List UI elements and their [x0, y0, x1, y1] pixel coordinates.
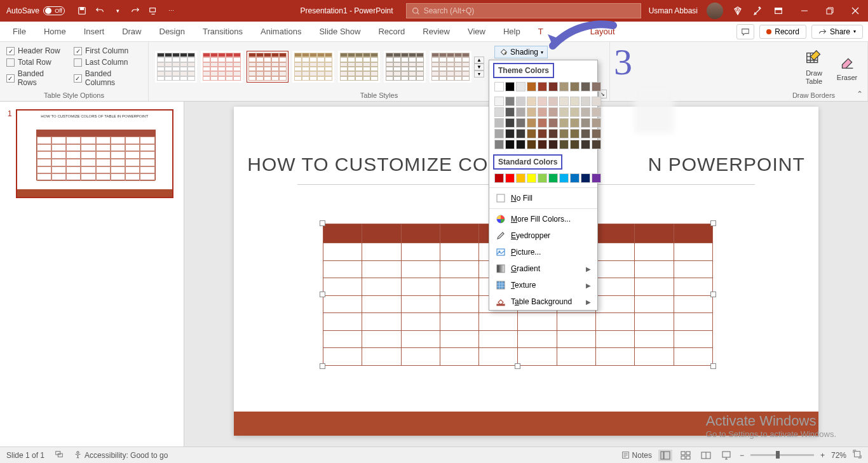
- chk-header-row[interactable]: Header Row: [6, 46, 64, 55]
- color-swatch[interactable]: [559, 97, 569, 106]
- table-style-thumb[interactable]: [384, 51, 426, 83]
- record-button[interactable]: Record: [759, 25, 806, 39]
- undo-icon[interactable]: [94, 5, 105, 17]
- color-swatch[interactable]: [548, 140, 558, 149]
- color-swatch[interactable]: [592, 140, 601, 149]
- tab-design[interactable]: Design: [151, 22, 194, 42]
- share-button[interactable]: Share▾: [811, 25, 863, 39]
- slide-sorter-button[interactable]: [679, 450, 693, 461]
- comments-button[interactable]: [736, 24, 754, 39]
- shading-button[interactable]: Shading ▾: [494, 46, 548, 58]
- table-style-gallery[interactable]: [155, 51, 471, 83]
- tab-draw[interactable]: Draw: [113, 22, 150, 42]
- color-swatch[interactable]: [538, 97, 547, 106]
- color-swatch[interactable]: [527, 97, 536, 106]
- no-fill-item[interactable]: No Fill: [489, 190, 597, 206]
- color-swatch[interactable]: [548, 173, 558, 183]
- slide-thumbnail-1[interactable]: HOW TO CUSTOMIZE COLORS OF TABLE IN POWE…: [16, 109, 173, 198]
- collapse-ribbon[interactable]: ⌃: [857, 90, 863, 98]
- status-slide[interactable]: Slide 1 of 1: [6, 451, 44, 460]
- color-swatch[interactable]: [494, 173, 504, 183]
- zoom-in-button[interactable]: +: [820, 451, 825, 460]
- table-style-thumb[interactable]: [430, 51, 471, 83]
- color-swatch[interactable]: [548, 118, 558, 128]
- color-swatch[interactable]: [592, 173, 601, 183]
- tab-insert[interactable]: Insert: [75, 22, 114, 42]
- color-swatch[interactable]: [527, 118, 536, 128]
- color-swatch[interactable]: [527, 129, 536, 138]
- chk-total-row[interactable]: Total Row: [6, 58, 64, 67]
- color-swatch[interactable]: [516, 97, 526, 106]
- table-background-item[interactable]: Table Background▶: [489, 293, 597, 310]
- color-swatch[interactable]: [538, 129, 547, 138]
- zoom-out-button[interactable]: −: [740, 451, 744, 460]
- color-swatch[interactable]: [559, 118, 569, 128]
- handle-se[interactable]: [710, 363, 716, 369]
- color-swatch[interactable]: [538, 140, 547, 149]
- tab-file[interactable]: File: [4, 22, 35, 42]
- color-swatch[interactable]: [505, 107, 515, 117]
- maximize-button[interactable]: [817, 1, 843, 21]
- coming-soon-icon[interactable]: [752, 5, 764, 17]
- minimize-button[interactable]: [792, 1, 817, 21]
- tab-record[interactable]: Record: [369, 22, 414, 42]
- color-swatch[interactable]: [538, 82, 547, 91]
- color-swatch[interactable]: [570, 129, 580, 138]
- color-swatch[interactable]: [581, 140, 590, 149]
- color-swatch[interactable]: [581, 118, 590, 128]
- color-swatch[interactable]: [570, 118, 580, 128]
- color-swatch[interactable]: [581, 97, 590, 106]
- color-swatch[interactable]: [516, 118, 526, 128]
- color-swatch[interactable]: [527, 140, 536, 149]
- reading-view-button[interactable]: [699, 450, 713, 461]
- user-name[interactable]: Usman Abbasi: [649, 6, 698, 15]
- tab-table-design[interactable]: T: [529, 22, 581, 42]
- chk-banded-rows[interactable]: Banded Rows: [6, 69, 64, 87]
- texture-item[interactable]: Texture▶: [489, 277, 597, 293]
- color-swatch[interactable]: [527, 82, 536, 91]
- color-swatch[interactable]: [494, 97, 504, 106]
- color-swatch[interactable]: [559, 129, 569, 138]
- color-swatch[interactable]: [494, 82, 504, 91]
- table-style-thumb[interactable]: [247, 51, 288, 83]
- gradient-item[interactable]: Gradient▶: [489, 260, 597, 277]
- color-swatch[interactable]: [538, 118, 547, 128]
- notes-button[interactable]: Notes: [621, 451, 652, 460]
- search-box[interactable]: Search (Alt+Q): [406, 3, 641, 18]
- color-swatch[interactable]: [592, 107, 601, 117]
- color-swatch[interactable]: [592, 97, 601, 106]
- color-swatch[interactable]: [494, 107, 504, 117]
- color-swatch[interactable]: [548, 107, 558, 117]
- eraser-button[interactable]: Eraser: [833, 53, 861, 81]
- color-swatch[interactable]: [505, 82, 515, 91]
- color-swatch[interactable]: [505, 97, 515, 106]
- fit-to-window-button[interactable]: [853, 450, 862, 460]
- status-display-settings-icon[interactable]: [55, 450, 64, 460]
- tab-animations[interactable]: Animations: [252, 22, 310, 42]
- color-swatch[interactable]: [570, 173, 580, 183]
- table-style-thumb[interactable]: [338, 51, 380, 83]
- table-style-thumb[interactable]: [155, 51, 197, 83]
- color-swatch[interactable]: [581, 173, 590, 183]
- tab-review[interactable]: Review: [414, 22, 459, 42]
- handle-ne[interactable]: [710, 220, 716, 226]
- color-swatch[interactable]: [516, 107, 526, 117]
- color-swatch[interactable]: [570, 140, 580, 149]
- autosave-toggle[interactable]: Off: [43, 6, 65, 15]
- color-swatch[interactable]: [538, 107, 547, 117]
- diamond-icon[interactable]: [732, 5, 743, 17]
- tab-home[interactable]: Home: [35, 22, 75, 42]
- color-swatch[interactable]: [592, 118, 601, 128]
- color-swatch[interactable]: [581, 107, 590, 117]
- color-swatch[interactable]: [538, 173, 547, 183]
- tab-slideshow[interactable]: Slide Show: [310, 22, 369, 42]
- color-swatch[interactable]: [516, 173, 526, 183]
- color-swatch[interactable]: [527, 173, 536, 183]
- gallery-more[interactable]: ▾: [474, 70, 484, 77]
- zoom-slider[interactable]: [750, 454, 814, 456]
- start-from-beginning-icon[interactable]: [147, 5, 159, 17]
- color-swatch[interactable]: [527, 107, 536, 117]
- more-fill-colors-item[interactable]: More Fill Colors...: [489, 211, 597, 227]
- color-swatch[interactable]: [559, 82, 569, 91]
- autosave-control[interactable]: AutoSave Off: [0, 6, 71, 15]
